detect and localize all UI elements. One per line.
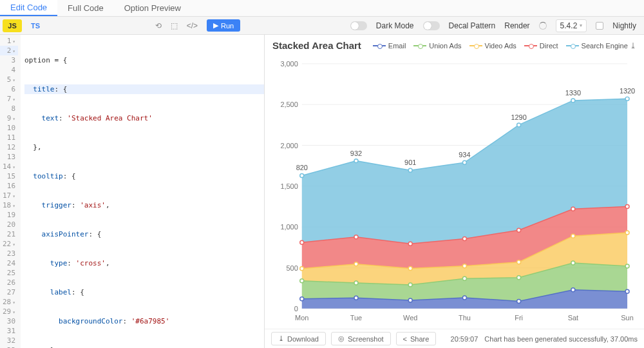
download-icon[interactable]: ⤓ xyxy=(630,41,636,50)
share-icon: < xyxy=(403,335,407,343)
run-button[interactable]: ▶Run xyxy=(207,19,240,32)
render-spinner-icon xyxy=(539,22,547,30)
legend-direct[interactable]: Direct xyxy=(524,42,558,50)
refresh-icon[interactable]: ⟲ xyxy=(155,21,162,30)
svg-text:1,000: 1,000 xyxy=(280,223,298,231)
screenshot-button[interactable]: ◎Screenshot xyxy=(331,332,391,345)
svg-text:Sat: Sat xyxy=(568,314,578,322)
svg-point-22 xyxy=(354,281,358,285)
svg-point-35 xyxy=(300,240,304,244)
svg-text:Fri: Fri xyxy=(515,314,523,322)
svg-text:Mon: Mon xyxy=(295,314,308,322)
svg-text:500: 500 xyxy=(287,264,298,272)
svg-text:3,000: 3,000 xyxy=(280,60,298,68)
footer-status: Chart has been generated successfully, 3… xyxy=(484,335,638,343)
svg-text:820: 820 xyxy=(296,164,308,171)
svg-point-21 xyxy=(300,279,304,283)
svg-point-30 xyxy=(408,266,412,270)
svg-point-44 xyxy=(408,168,412,172)
download-button[interactable]: ⤓Download xyxy=(271,332,326,345)
play-icon: ▶ xyxy=(213,21,218,30)
subbar: JS TS ⟲ ⬚ </> ▶Run Dark Mode Decal Patte… xyxy=(0,17,644,35)
svg-point-18 xyxy=(517,299,521,303)
legend-video-ads[interactable]: Video Ads xyxy=(469,42,516,50)
svg-point-17 xyxy=(462,296,466,300)
line-gutter: 1234567891011121314151617181920212223242… xyxy=(0,35,21,348)
chevron-down-icon: ▾ xyxy=(580,23,582,28)
svg-point-25 xyxy=(517,276,521,280)
svg-point-34 xyxy=(625,231,629,235)
share-button[interactable]: <Share xyxy=(396,332,437,345)
dark-mode-label: Dark Mode xyxy=(376,21,414,30)
chart-legend: Email Union Ads Video Ads Direct Search … xyxy=(373,42,628,50)
lang-ts-button[interactable]: TS xyxy=(26,19,45,32)
legend-union-ads[interactable]: Union Ads xyxy=(413,42,461,50)
svg-point-46 xyxy=(517,123,521,127)
download-small-icon: ⤓ xyxy=(278,334,284,343)
svg-text:Sun: Sun xyxy=(621,314,633,322)
svg-text:2,000: 2,000 xyxy=(280,142,298,150)
svg-point-38 xyxy=(462,237,466,240)
svg-point-32 xyxy=(517,260,521,264)
svg-point-39 xyxy=(517,228,521,232)
footer-time: 20:59:07 xyxy=(451,335,478,343)
top-tabs: Edit Code Full Code Option Preview xyxy=(0,0,644,17)
svg-point-14 xyxy=(300,297,304,301)
svg-text:1320: 1320 xyxy=(620,87,635,95)
svg-point-36 xyxy=(354,235,358,239)
svg-point-29 xyxy=(354,262,358,266)
svg-text:2,500: 2,500 xyxy=(280,101,298,108)
nightly-label: Nightly xyxy=(612,21,636,30)
svg-text:Thu: Thu xyxy=(459,314,471,322)
code-content[interactable]: option = { title: { text: 'Stacked Area … xyxy=(21,35,264,348)
run-label: Run xyxy=(221,22,234,30)
svg-text:1330: 1330 xyxy=(565,89,581,97)
svg-point-40 xyxy=(571,207,575,211)
version-select[interactable]: 5.4.2▾ xyxy=(556,19,587,32)
tab-full-code[interactable]: Full Code xyxy=(57,0,114,16)
svg-point-16 xyxy=(408,298,412,302)
camera-icon: ◎ xyxy=(338,334,345,343)
chart-footer: ⤓Download ◎Screenshot <Share 20:59:07 Ch… xyxy=(265,329,644,348)
svg-point-47 xyxy=(571,99,575,102)
svg-point-28 xyxy=(300,267,304,271)
decal-toggle[interactable] xyxy=(423,21,440,30)
render-label: Render xyxy=(504,21,529,30)
lang-js-button[interactable]: JS xyxy=(3,19,22,32)
code-editor[interactable]: 1234567891011121314151617181920212223242… xyxy=(0,35,264,348)
decal-label: Decal Pattern xyxy=(449,21,496,30)
nightly-checkbox[interactable] xyxy=(596,22,603,30)
svg-point-45 xyxy=(462,160,466,164)
svg-point-33 xyxy=(571,234,575,238)
dark-mode-toggle[interactable] xyxy=(350,21,367,30)
svg-text:1,500: 1,500 xyxy=(280,182,298,190)
stacked-area-chart: 05001,0001,5002,0002,5003,00082093290193… xyxy=(272,51,636,327)
tab-edit-code[interactable]: Edit Code xyxy=(0,0,57,16)
svg-text:934: 934 xyxy=(459,151,470,159)
svg-point-15 xyxy=(354,296,358,300)
svg-text:932: 932 xyxy=(350,150,362,157)
svg-point-41 xyxy=(625,205,629,209)
svg-point-48 xyxy=(625,97,629,101)
cube-icon[interactable]: ⬚ xyxy=(171,21,178,30)
svg-text:1290: 1290 xyxy=(511,113,526,121)
svg-point-42 xyxy=(300,173,304,177)
svg-text:Tue: Tue xyxy=(350,314,362,322)
version-value: 5.4.2 xyxy=(560,21,578,30)
tab-option-preview[interactable]: Option Preview xyxy=(114,0,191,16)
svg-point-37 xyxy=(408,242,412,246)
svg-point-20 xyxy=(625,289,629,293)
svg-point-43 xyxy=(354,159,358,163)
svg-text:901: 901 xyxy=(404,159,416,166)
svg-text:Wed: Wed xyxy=(403,314,417,322)
legend-search-engine[interactable]: Search Engine xyxy=(566,42,628,50)
svg-point-19 xyxy=(571,288,575,292)
svg-point-26 xyxy=(571,261,575,265)
svg-point-27 xyxy=(625,264,629,268)
chart-title: Stacked Area Chart xyxy=(272,40,361,51)
svg-text:0: 0 xyxy=(294,305,298,313)
code-icon[interactable]: </> xyxy=(187,21,198,30)
svg-point-24 xyxy=(462,276,466,280)
legend-email[interactable]: Email xyxy=(373,42,406,50)
svg-point-31 xyxy=(462,264,466,268)
